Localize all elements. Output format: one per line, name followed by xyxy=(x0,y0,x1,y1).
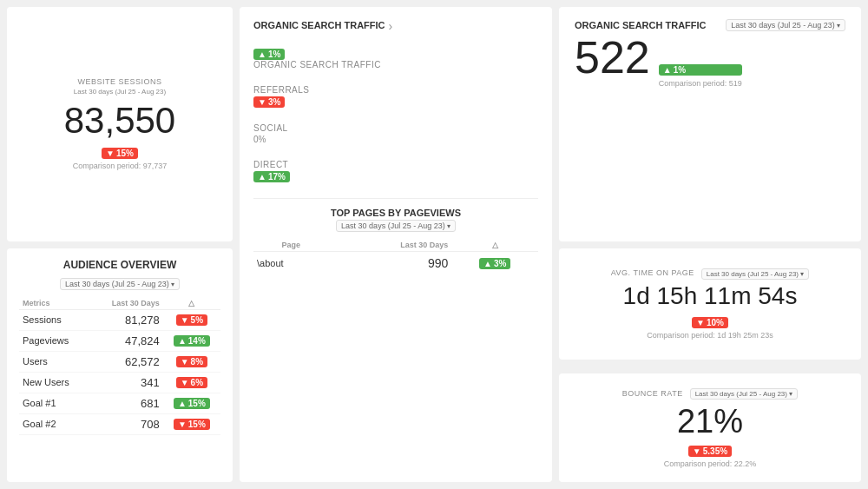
col-last30: Last 30 Days xyxy=(90,297,163,310)
referrals-badge: ▼ 3% xyxy=(253,96,285,108)
avg-time-card: AVG. TIME ON PAGE Last 30 days (Jul 25 -… xyxy=(559,248,861,360)
top-pages-date-range[interactable]: Last 30 days (Jul 25 - Aug 23) xyxy=(336,220,456,232)
audience-overview-card: AUDIENCE OVERVIEW Last 30 days (Jul 25 -… xyxy=(7,248,233,483)
avg-time-date[interactable]: Last 30 days (Jul 25 - Aug 23) xyxy=(701,268,810,280)
organic-detail-main: 522 ▲ 1% Comparison period: 519 xyxy=(575,35,845,88)
metric-badge: ▲ 14% xyxy=(174,335,210,347)
organic-detail-arrow: ▲ xyxy=(663,65,672,75)
metric-badge: ▼ 5% xyxy=(176,314,207,326)
sessions-change-arrow: ▼ xyxy=(106,149,115,158)
avg-time-arrow: ▼ xyxy=(696,318,705,327)
audience-title: AUDIENCE OVERVIEW xyxy=(19,259,220,271)
bounce-rate-date[interactable]: Last 30 days (Jul 25 - Aug 23) xyxy=(690,388,799,400)
direct-badge: ▲ 17% xyxy=(253,171,290,182)
right-bottom-wrapper: AVG. TIME ON PAGE Last 30 days (Jul 25 -… xyxy=(559,248,861,483)
metric-arrow: ▼ xyxy=(181,315,189,325)
metric-value: 708 xyxy=(90,413,163,434)
page-col-delta: △ xyxy=(451,239,538,252)
referrals-change: 3% xyxy=(268,97,280,107)
metric-change: ▼ 8% xyxy=(163,351,220,372)
metric-value: 47,824 xyxy=(90,330,163,351)
organic-detail-comparison: Comparison period: 519 xyxy=(659,79,742,88)
sessions-date: Last 30 days (Jul 25 - Aug 23) xyxy=(74,88,166,96)
metric-arrow: ▼ xyxy=(181,357,189,367)
pages-table: Page Last 30 Days △ \about 990 ▲ 3% xyxy=(253,239,538,274)
page-col-page: Page xyxy=(253,239,329,252)
organic-source-row: ▲ 1% ORGANIC SEARCH TRAFFIC xyxy=(253,49,538,69)
organic-detail-change: 1% xyxy=(674,65,686,75)
table-row: Pageviews 47,824 ▲ 14% xyxy=(19,330,220,351)
page-col-last30: Last 30 Days xyxy=(329,239,452,252)
sessions-title: WEBSITE SESSIONS xyxy=(77,77,161,86)
bounce-rate-change: 5.35% xyxy=(703,446,727,456)
metric-change: ▼ 6% xyxy=(163,372,220,393)
table-row: Goal #1 681 ▲ 15% xyxy=(19,393,220,413)
referrals-arrow: ▼ xyxy=(258,97,266,107)
sessions-change-badge: ▼ 15% xyxy=(102,148,138,159)
metric-change: ▼ 5% xyxy=(163,309,220,330)
avg-time-value: 1d 15h 11m 54s xyxy=(623,283,798,310)
metric-badge: ▼ 15% xyxy=(174,419,210,430)
bounce-rate-label: BOUNCE RATE xyxy=(622,389,683,398)
bounce-rate-comparison: Comparison period: 22.2% xyxy=(664,459,757,468)
direct-label: DIRECT xyxy=(253,160,538,169)
metric-arrow: ▲ xyxy=(178,336,187,346)
table-row: Sessions 81,278 ▼ 5% xyxy=(19,309,220,330)
top-pages-date[interactable]: Last 30 days (Jul 25 - Aug 23) xyxy=(253,220,538,232)
organic-detail-badge: ▲ 1% xyxy=(659,64,742,76)
metric-name: Goal #2 xyxy=(19,413,90,434)
col-delta: △ xyxy=(163,297,220,310)
top-pages-title: TOP PAGES BY PAGEVIEWS xyxy=(253,208,538,218)
metric-change: ▲ 15% xyxy=(163,393,220,413)
top-pages-section: TOP PAGES BY PAGEVIEWS Last 30 days (Jul… xyxy=(253,198,538,274)
referrals-label: REFERRALS xyxy=(253,85,538,95)
direct-arrow: ▲ xyxy=(258,172,266,182)
avg-time-label: AVG. TIME ON PAGE xyxy=(611,268,694,277)
avg-time-comparison: Comparison period: 1d 19h 25m 23s xyxy=(647,331,773,340)
organic-arrow: ▲ xyxy=(258,50,266,59)
metric-value: 62,572 xyxy=(90,351,163,372)
metric-change: ▼ 15% xyxy=(163,413,220,434)
bounce-rate-badge: ▼ 5.35% xyxy=(688,446,732,457)
metric-arrow: ▲ xyxy=(178,399,187,408)
metric-name: Sessions xyxy=(19,309,90,330)
audience-date-selector[interactable]: Last 30 days (Jul 25 - Aug 23) xyxy=(19,274,220,290)
avg-time-badge: ▼ 10% xyxy=(692,317,728,328)
table-row: Users 62,572 ▼ 8% xyxy=(19,351,220,372)
traffic-arrow-icon: › xyxy=(389,19,393,33)
organic-detail-right: ▲ 1% Comparison period: 519 xyxy=(659,64,742,88)
metric-name: Goal #1 xyxy=(19,393,90,413)
page-badge: ▲ 3% xyxy=(479,258,510,269)
social-label: SOCIAL xyxy=(253,123,538,133)
organic-detail-date[interactable]: Last 30 days (Jul 25 - Aug 23) xyxy=(726,19,845,31)
metric-change: ▲ 14% xyxy=(163,330,220,351)
page-arrow: ▲ xyxy=(483,259,492,268)
traffic-sources-card: ORGANIC SEARCH TRAFFIC › ▲ 1% ORGANIC SE… xyxy=(240,7,552,482)
metrics-table: Metrics Last 30 Days △ Sessions 81,278 ▼… xyxy=(19,297,220,435)
organic-label: ORGANIC SEARCH TRAFFIC xyxy=(253,60,538,69)
social-source-row: SOCIAL 0% xyxy=(253,123,538,144)
organic-detail-value: 522 xyxy=(575,35,650,80)
metric-arrow: ▼ xyxy=(178,420,187,429)
audience-date-range[interactable]: Last 30 days (Jul 25 - Aug 23) xyxy=(60,278,180,290)
table-row: Goal #2 708 ▼ 15% xyxy=(19,413,220,434)
direct-source-row: DIRECT ▲ 17% xyxy=(253,160,538,182)
col-metrics: Metrics xyxy=(19,297,90,310)
page-change: ▲ 3% xyxy=(451,252,538,275)
metric-badge: ▲ 15% xyxy=(174,398,210,409)
direct-change: 17% xyxy=(268,172,286,182)
bounce-rate-arrow: ▼ xyxy=(693,446,701,456)
organic-change: 1% xyxy=(268,50,280,59)
metric-value: 681 xyxy=(90,393,163,413)
organic-detail-title: ORGANIC SEARCH TRAFFIC xyxy=(575,20,707,30)
bounce-rate-value: 21% xyxy=(677,403,743,440)
website-sessions-card: WEBSITE SESSIONS Last 30 days (Jul 25 - … xyxy=(7,7,233,241)
traffic-sources-title: ORGANIC SEARCH TRAFFIC xyxy=(253,20,385,30)
organic-detail-card: ORGANIC SEARCH TRAFFIC Last 30 days (Jul… xyxy=(559,7,861,241)
table-row: \about 990 ▲ 3% xyxy=(253,252,538,275)
page-value: 990 xyxy=(329,252,452,275)
referrals-source-row: REFERRALS ▼ 3% xyxy=(253,85,538,108)
social-change: 0% xyxy=(253,135,266,144)
organic-detail-header: ORGANIC SEARCH TRAFFIC Last 30 days (Jul… xyxy=(575,19,845,31)
table-row: New Users 341 ▼ 6% xyxy=(19,372,220,393)
